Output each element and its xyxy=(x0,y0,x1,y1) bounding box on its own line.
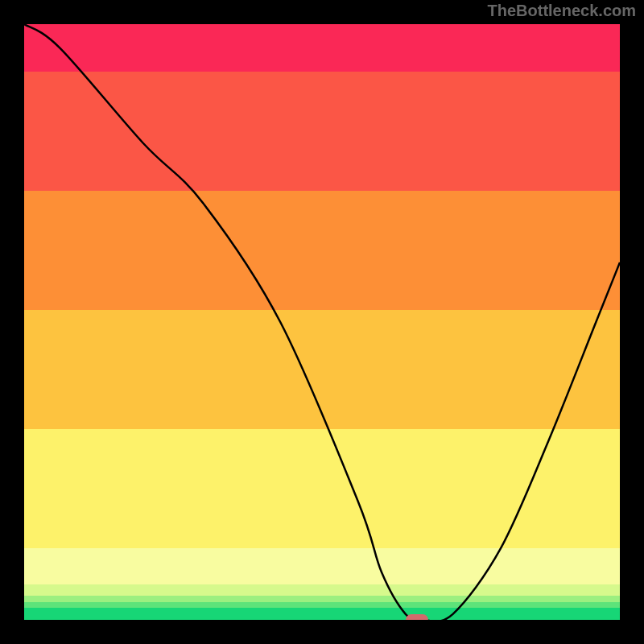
gradient-background xyxy=(24,24,620,620)
plot-area xyxy=(24,24,620,620)
watermark-text: TheBottleneck.com xyxy=(488,2,636,20)
plot-svg xyxy=(24,24,620,620)
chart-root: TheBottleneck.com xyxy=(0,0,644,644)
optimal-marker xyxy=(406,614,428,620)
